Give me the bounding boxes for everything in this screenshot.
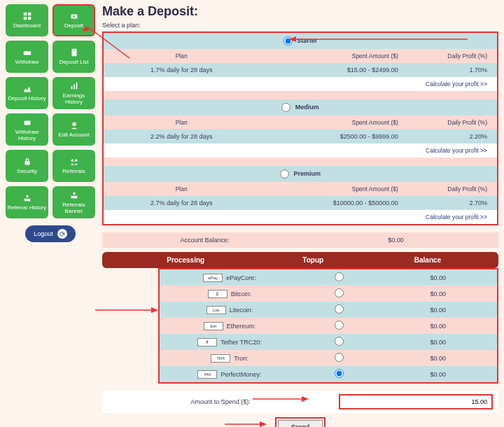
sidebar-item-referrals[interactable]: Referrals (52, 150, 95, 182)
sidebar-item-label: Deposit History (8, 96, 46, 102)
svg-point-15 (71, 160, 74, 162)
sidebar-item-earnings-history[interactable]: Earnings History (52, 77, 95, 109)
plan-rate: 2.20% (404, 130, 497, 144)
svg-rect-18 (24, 199, 30, 202)
col-profit: Daily Profit (%) (404, 115, 497, 130)
history-icon (22, 84, 32, 94)
sidebar-item-deposit[interactable]: Deposit (52, 4, 95, 36)
col-plan: Plan (104, 182, 259, 196)
payment-balance: $0.00 (383, 323, 493, 330)
spend-button-highlight: Spend (275, 417, 326, 427)
list-icon (69, 48, 79, 57)
sidebar-item-referrals-banner[interactable]: Referrals Banner (52, 186, 95, 218)
svg-point-5 (73, 15, 75, 18)
svg-rect-1 (27, 13, 30, 15)
plan-premium-header[interactable]: Premium (104, 166, 497, 182)
svg-rect-0 (23, 13, 26, 15)
withdraw-icon (22, 48, 32, 57)
sidebar-item-label: Security (17, 169, 37, 175)
payment-header: Processing Topup Balance (102, 252, 498, 268)
plan-medium-radio[interactable] (281, 103, 290, 112)
calculate-link[interactable]: Calculate your profit >> (426, 147, 487, 154)
plan-range: $15.00 - $2499.00 (259, 63, 404, 77)
banner-icon (69, 190, 79, 200)
payment-name: ePayCore: (226, 274, 256, 281)
spend-button[interactable]: Spend (278, 420, 323, 427)
sidebar-item-label: Earnings History (54, 93, 94, 106)
payment-name: Ethereum: (227, 323, 256, 330)
payment-balance: $0.00 (383, 339, 493, 346)
plan-premium-radio[interactable] (280, 169, 289, 178)
amount-input[interactable] (339, 394, 493, 410)
referrals-icon (69, 157, 79, 167)
payment-radio[interactable] (335, 321, 344, 330)
security-icon (22, 157, 32, 167)
sidebar-item-deposit-history[interactable]: Deposit History (6, 77, 48, 109)
col-profit: Daily Profit (%) (404, 182, 497, 196)
whistory-icon (22, 118, 32, 127)
col-plan: Plan (104, 115, 259, 130)
svg-rect-10 (74, 84, 75, 89)
payment-name: Bitcoin: (231, 290, 252, 298)
svg-point-16 (74, 160, 77, 162)
calculate-link[interactable]: Calculate your profit >> (426, 214, 487, 220)
payment-row-tron: TRXTron:$0.00 (160, 350, 497, 366)
payment-row-bitcoin: ₿Bitcoin:$0.00 (160, 286, 497, 302)
sidebar-item-security[interactable]: Security (6, 150, 48, 182)
plan-desc: 1.7% daily for 28 days (104, 63, 259, 77)
payment-balance: $0.00 (383, 290, 493, 298)
plan-desc: 2.2% daily for 28 days (104, 130, 259, 144)
amount-label: Amount to Spend ($): (108, 398, 333, 405)
payment-row-tethertrc20: ₮Tether TRC20:$0.00 (160, 334, 497, 350)
payment-radio[interactable] (335, 272, 344, 281)
payment-name: PerfectMoney: (220, 371, 261, 378)
sidebar-item-label: Edit Account (58, 132, 89, 139)
col-balance: Balance (364, 256, 491, 264)
balance-label: Account Balance: (109, 237, 300, 244)
logout-icon: ⟳ (57, 229, 67, 239)
svg-rect-9 (71, 86, 72, 89)
select-plan-label: Select a plan: (102, 22, 498, 29)
sidebar-item-dashboard[interactable]: Dashboard (6, 4, 48, 36)
payment-radio[interactable] (335, 369, 344, 378)
payment-balance: $0.00 (383, 307, 493, 314)
plan-range: $2500.00 - $9999.00 (259, 130, 404, 144)
col-spent: Spent Amount ($) (259, 115, 404, 130)
col-spent: Spent Amount ($) (259, 49, 404, 63)
payment-radio[interactable] (335, 304, 344, 314)
plan-starter-header[interactable]: Starter (104, 33, 497, 49)
svg-marker-24 (151, 307, 158, 313)
svg-rect-8 (73, 50, 76, 51)
calculate-link[interactable]: Calculate your profit >> (426, 80, 487, 88)
payment-row-epaycore: ePayePayCore:$0.00 (160, 270, 497, 286)
sidebar-item-withdraw[interactable]: Withdraw (6, 41, 48, 73)
refhist-icon (22, 193, 32, 203)
svg-point-13 (72, 122, 76, 126)
sidebar-item-referral-history[interactable]: Referral History (6, 186, 48, 218)
balance-value: $0.00 (300, 237, 491, 244)
sidebar-item-label: Referral History (8, 205, 47, 211)
plan-medium-header[interactable]: Medium (104, 99, 497, 115)
payment-radio[interactable] (335, 288, 344, 298)
plan-starter-radio[interactable] (284, 36, 293, 46)
payment-row-ethereum: EthEthereum:$0.00 (160, 318, 497, 334)
plan-name: Starter (297, 37, 317, 44)
sidebar-item-label: Dashboard (13, 23, 41, 29)
payment-icon: Lite (206, 306, 226, 314)
payment-icon: ePay (203, 274, 223, 282)
plan-rate: 2.70% (404, 196, 497, 210)
svg-rect-6 (23, 51, 31, 55)
sidebar-item-withdraw-history[interactable]: Withdraw History (6, 113, 48, 146)
logout-button[interactable]: Logout ⟳ (25, 225, 76, 242)
svg-rect-14 (24, 161, 29, 164)
page-title: Make a Deposit: (102, 4, 498, 19)
deposit-icon (69, 11, 79, 21)
payment-row-litecoin: LiteLitecoin:$0.00 (160, 302, 497, 318)
sidebar-item-edit-account[interactable]: Edit Account (52, 113, 95, 146)
svg-point-19 (73, 192, 76, 195)
payment-radio[interactable] (335, 353, 344, 362)
svg-rect-3 (27, 17, 30, 20)
logout-label: Logout (34, 230, 53, 237)
sidebar-item-deposit-list[interactable]: Deposit List (52, 41, 95, 73)
payment-radio[interactable] (335, 337, 344, 346)
